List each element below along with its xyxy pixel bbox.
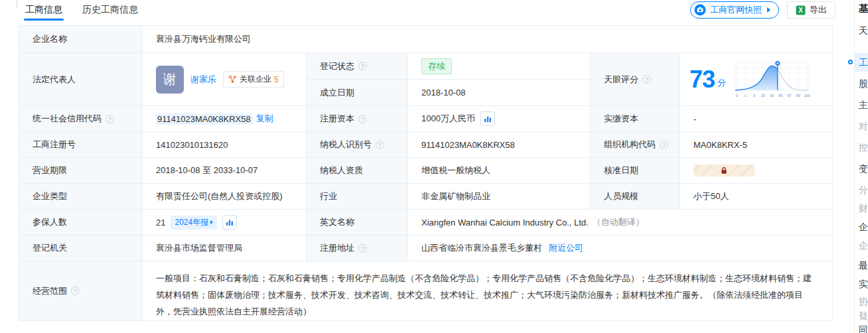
label-text: 登记机关 bbox=[33, 242, 67, 254]
sidebar-item-active[interactable]: 工 bbox=[859, 57, 868, 69]
locked-value[interactable] bbox=[693, 165, 755, 176]
help-icon[interactable]: ? bbox=[71, 287, 80, 295]
reg-capital-label: 注册资本 ? bbox=[306, 105, 407, 131]
label-text: 企业名称 bbox=[33, 33, 67, 45]
report-badge-label: 2024年报 bbox=[175, 217, 208, 228]
sidebar-item[interactable]: 主 bbox=[859, 100, 868, 111]
help-icon[interactable]: ? bbox=[376, 141, 384, 149]
value-text: 141023010131620 bbox=[156, 140, 228, 150]
company-type-label: 企业类型 bbox=[19, 183, 142, 209]
value-text: 91141023MA0K8KRX58 bbox=[421, 140, 515, 150]
sidebar-item[interactable]: 控 bbox=[859, 142, 868, 154]
related-companies-badge[interactable]: 关联企业 5 bbox=[223, 71, 284, 88]
term-value: 2018-10-08 至 2033-10-07 bbox=[142, 157, 306, 183]
address-label: 注册地址 ? bbox=[306, 235, 407, 261]
help-icon[interactable]: ? bbox=[358, 115, 367, 123]
capital-chart-button[interactable] bbox=[480, 111, 495, 126]
tick-label: 100 bbox=[804, 94, 810, 98]
help-icon[interactable]: ? bbox=[358, 244, 367, 253]
label-text: 纳税人资质 bbox=[320, 165, 363, 176]
value-text: 2018-10-08 至 2033-10-07 bbox=[156, 165, 257, 176]
taxpayer-id-label: 纳税人识别号 ? bbox=[306, 131, 407, 157]
est-date-value: 2018-10-08 bbox=[407, 79, 590, 105]
org-code-value: MA0K8KRX-5 bbox=[680, 131, 832, 157]
reg-number-label: 工商注册号 bbox=[19, 131, 142, 157]
official-snapshot-button[interactable]: 工商官网快照 bbox=[690, 1, 779, 19]
sidebar-item[interactable]: 对 bbox=[859, 121, 868, 133]
label-text: 纳税人识别号 bbox=[320, 139, 372, 151]
industry-label: 行业 bbox=[306, 183, 407, 209]
divider bbox=[17, 0, 17, 9]
sidebar-item[interactable]: 基 bbox=[859, 3, 868, 15]
label-text: 登记状态 bbox=[320, 60, 354, 72]
lock-icon bbox=[720, 166, 728, 174]
scope-text: 一般项目：石灰和石膏制造；石灰和石膏销售；专用化学产品制造（不含危险化学品）；专… bbox=[156, 273, 812, 316]
label-text: 企业类型 bbox=[33, 190, 67, 202]
sidebar-item[interactable]: 股 bbox=[859, 78, 868, 90]
value-text: 21 bbox=[156, 218, 165, 228]
avatar-text: 谢 bbox=[163, 70, 177, 88]
sidebar-item[interactable]: 财 bbox=[859, 203, 868, 215]
org-code-label: 组织机构代码 ? bbox=[590, 131, 680, 157]
legal-rep-avatar[interactable]: 谢 bbox=[156, 66, 184, 94]
business-info-table: 企业名称 襄汾县万海钙业有限公司 法定代表人 谢 谢家乐 关联企业 5 bbox=[19, 25, 833, 321]
uscc-code: 91141023MA0K8KRX58 bbox=[156, 113, 252, 125]
related-label: 关联企业 bbox=[240, 74, 271, 85]
uscc-value: 91141023MA0K8KRX58 复制 bbox=[142, 105, 306, 131]
est-date-label: 成立日期 bbox=[306, 79, 407, 105]
value-text: 山西省临汾市襄汾县景毛乡董村 bbox=[421, 242, 542, 254]
tick-label: 50 bbox=[770, 94, 774, 98]
sidebar-item[interactable]: 同 bbox=[859, 324, 868, 333]
legal-rep-name-link[interactable]: 谢家乐 bbox=[190, 74, 216, 86]
value-text: 2018-10-08 bbox=[421, 88, 466, 98]
excel-icon: X bbox=[796, 5, 806, 15]
approval-date-value bbox=[680, 157, 832, 183]
taxpayer-id-value: 91141023MA0K8KRX58 bbox=[407, 131, 590, 157]
sidebar-item[interactable]: 变 bbox=[859, 163, 868, 175]
nearby-companies-link[interactable]: 附近公司 bbox=[549, 242, 583, 254]
sidebar-item[interactable]: 协 bbox=[859, 296, 868, 308]
reg-authority-label: 登记机关 bbox=[19, 235, 142, 261]
value-text: MA0K8KRX-5 bbox=[693, 140, 747, 150]
sidebar-item[interactable]: 企 bbox=[859, 240, 868, 252]
bar-chart-icon bbox=[484, 115, 492, 123]
toolbar: 工商官网快照 X 导出 bbox=[690, 1, 835, 19]
paid-capital-value: - bbox=[680, 105, 832, 131]
value-text: Xiangfen Wanhai Calcium Industry Co., Lt… bbox=[421, 218, 589, 228]
label-text: 组织机构代码 bbox=[604, 139, 656, 151]
copy-link[interactable]: 复制 bbox=[256, 113, 273, 125]
scope-label: 经营范围 ? bbox=[19, 261, 142, 320]
insured-chart-button[interactable] bbox=[222, 215, 237, 230]
status-badge: 存续 bbox=[421, 58, 452, 74]
value-text: 1000万人民币 bbox=[421, 113, 475, 125]
help-icon[interactable]: ? bbox=[660, 141, 668, 149]
sidebar-item[interactable]: 最 bbox=[859, 260, 868, 272]
tab-business-info[interactable]: 工商信息 bbox=[25, 4, 62, 21]
sidebar-item[interactable]: 实 bbox=[859, 279, 868, 291]
value-text: 增值税一般纳税人 bbox=[421, 165, 490, 176]
company-name-label: 企业名称 bbox=[19, 26, 142, 52]
label-text: 行业 bbox=[320, 190, 337, 202]
annual-report-badge[interactable]: 2024年报 bbox=[171, 216, 217, 230]
sidebar-item[interactable]: 天 bbox=[859, 25, 868, 37]
help-icon[interactable]: ? bbox=[106, 115, 114, 123]
company-type-value: 有限责任公司(自然人投资或控股) bbox=[142, 183, 306, 209]
tick-label: 0 bbox=[736, 94, 738, 98]
approval-date-label: 核准日期 bbox=[590, 157, 680, 183]
bar-chart-icon bbox=[226, 218, 234, 226]
tab-history-business-info[interactable]: 历史工商信息 bbox=[82, 4, 138, 21]
sidebar-item[interactable]: 疑 bbox=[859, 310, 868, 322]
help-icon[interactable]: ? bbox=[642, 75, 651, 84]
sidebar-item[interactable]: 分 bbox=[859, 184, 868, 196]
value-text: 襄汾县市场监督管理局 bbox=[156, 242, 242, 254]
label-text: 统一社会信用代码 bbox=[33, 113, 102, 125]
reg-authority-value: 襄汾县市场监督管理局 bbox=[142, 235, 306, 261]
value-text: - bbox=[693, 114, 696, 124]
help-icon[interactable]: ? bbox=[358, 62, 367, 70]
export-button[interactable]: X 导出 bbox=[787, 1, 835, 19]
score-value[interactable]: 73 分 bbox=[680, 52, 832, 105]
sidebar-item[interactable]: 企 bbox=[859, 222, 868, 233]
network-icon bbox=[228, 75, 237, 84]
company-name-value: 襄汾县万海钙业有限公司 bbox=[142, 26, 832, 52]
term-label: 营业期限 bbox=[19, 157, 142, 183]
